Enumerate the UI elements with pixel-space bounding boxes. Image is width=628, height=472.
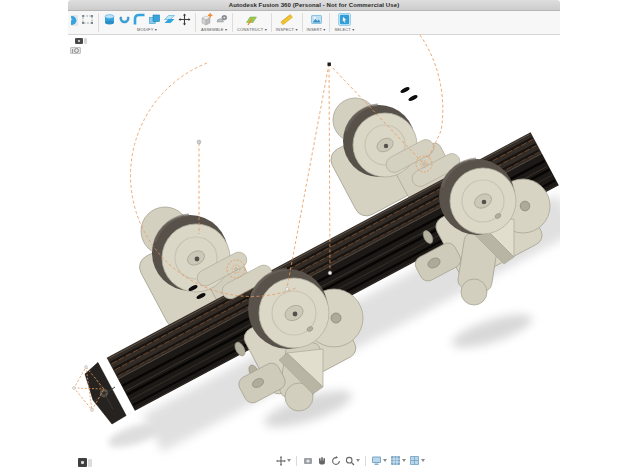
orbit-icon: [275, 455, 286, 466]
display-settings-button[interactable]: [371, 455, 387, 466]
look-at-icon: [302, 455, 313, 466]
toolbar-group-construct: CONSTRUCT ▾: [235, 11, 269, 34]
toolbar-separator: [98, 13, 99, 32]
modify-menu[interactable]: MODIFY ▾: [137, 27, 157, 33]
viewports-icon: [409, 455, 420, 466]
corner-badge-icon[interactable]: [78, 458, 87, 467]
viewports-caret: [421, 459, 425, 462]
toolbar-separator: [232, 13, 233, 32]
toolbar-group-modify: MODIFY ▾: [101, 11, 193, 34]
fusion-window: Autodesk Fusion 360 (Personal - Not for …: [68, 0, 560, 472]
toolbar-separator: [302, 13, 303, 32]
orbit-button[interactable]: [275, 455, 291, 466]
toolbar-separator: [195, 13, 196, 32]
insert-image-icon[interactable]: [310, 13, 323, 26]
assemble-menu[interactable]: ASSEMBLE ▾: [201, 27, 227, 33]
construct-plane-icon[interactable]: [245, 13, 258, 26]
sketch-point-apex[interactable]: [328, 63, 331, 66]
toolbar-group-inspect: INSPECT ▾: [274, 11, 300, 34]
measure-icon[interactable]: [280, 13, 293, 26]
view-options-icon[interactable]: [70, 47, 81, 54]
toolbar-separator: [271, 13, 272, 32]
display-settings-caret: [383, 459, 387, 462]
navbar-separator: [365, 456, 366, 466]
toolbar-group-select: SELECT ▾: [332, 11, 356, 34]
navbar-separator: [296, 456, 297, 466]
viewports-button[interactable]: [409, 455, 425, 466]
joint-icon[interactable]: [215, 13, 228, 26]
pan-hand-icon: [316, 455, 327, 466]
insert-menu[interactable]: INSERT ▾: [307, 27, 326, 33]
toolbar-group-insert: INSERT ▾: [305, 11, 328, 34]
grid-snaps-button[interactable]: [390, 455, 406, 466]
navigation-bar: [275, 455, 425, 466]
browser-panel-icon[interactable]: [75, 38, 83, 44]
select-menu[interactable]: SELECT ▾: [334, 27, 354, 33]
fillet-icon[interactable]: [133, 13, 146, 26]
shell-icon[interactable]: [118, 13, 131, 26]
look-at-button[interactable]: [302, 455, 313, 466]
grid-snaps-icon: [390, 455, 401, 466]
orbit-caret: [287, 459, 291, 462]
select-cursor-icon[interactable]: [338, 13, 351, 26]
toolbar-group-assemble: ASSEMBLE ▾: [198, 11, 230, 34]
sphere-icon[interactable]: [71, 13, 79, 26]
display-settings-icon: [371, 455, 382, 466]
combine-icon[interactable]: [148, 13, 161, 26]
toolbar-separator: [329, 13, 330, 32]
constrained-orbit-icon: [330, 455, 341, 466]
corner-widget[interactable]: [78, 458, 92, 467]
browser-handle-icon[interactable]: [84, 38, 87, 44]
titlebar: Autodesk Fusion 360 (Personal - Not for …: [68, 0, 560, 11]
inspect-menu[interactable]: INSPECT ▾: [276, 27, 298, 33]
main-toolbar: MODIFY ▾ ASSEMBLE ▾ CONSTRUCT: [68, 11, 560, 35]
pan-button[interactable]: [316, 455, 327, 466]
desktop-background: Autodesk Fusion 360 (Personal - Not for …: [0, 0, 628, 472]
corner-handle-icon[interactable]: [88, 459, 92, 467]
grid-snaps-caret: [402, 459, 406, 462]
press-pull-icon[interactable]: [103, 13, 116, 26]
toolbar-group-create-partial: [69, 11, 96, 34]
construct-menu[interactable]: CONSTRUCT ▾: [237, 27, 267, 33]
new-component-icon[interactable]: [200, 13, 213, 26]
offset-face-icon[interactable]: [163, 13, 176, 26]
constrained-orbit-button[interactable]: [330, 455, 341, 466]
window-title: Autodesk Fusion 360 (Personal - Not for …: [229, 2, 400, 8]
model-scene[interactable]: [68, 35, 560, 472]
zoom-button[interactable]: [344, 455, 360, 466]
selection-box-icon[interactable]: [81, 13, 94, 26]
zoom-caret: [356, 459, 360, 462]
browser-collapsed-widget[interactable]: [75, 38, 87, 54]
move-icon[interactable]: [178, 13, 191, 26]
viewport[interactable]: [68, 35, 560, 472]
zoom-icon: [344, 455, 355, 466]
